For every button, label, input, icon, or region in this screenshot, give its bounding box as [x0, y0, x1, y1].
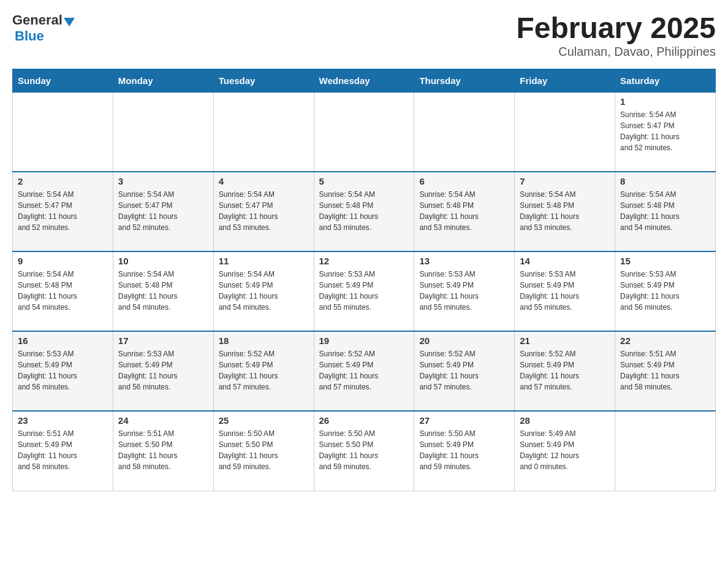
calendar-cell: 7Sunrise: 5:54 AM Sunset: 5:48 PM Daylig… — [515, 172, 615, 251]
calendar-cell — [615, 411, 716, 491]
calendar-cell: 9Sunrise: 5:54 AM Sunset: 5:48 PM Daylig… — [13, 251, 113, 331]
calendar-cell: 27Sunrise: 5:50 AM Sunset: 5:49 PM Dayli… — [414, 411, 515, 491]
day-header-saturday: Saturday — [615, 69, 716, 92]
day-header-thursday: Thursday — [414, 69, 515, 92]
calendar-cell: 19Sunrise: 5:52 AM Sunset: 5:49 PM Dayli… — [314, 331, 414, 411]
logo: General Blue — [12, 12, 75, 44]
day-number: 20 — [419, 335, 509, 346]
day-info: Sunrise: 5:54 AM Sunset: 5:48 PM Dayligh… — [419, 189, 509, 233]
calendar-title-block: February 2025 Culaman, Davao, Philippine… — [516, 12, 716, 59]
calendar-cell: 10Sunrise: 5:54 AM Sunset: 5:48 PM Dayli… — [113, 251, 213, 331]
logo-triangle-icon — [64, 18, 75, 26]
week-row-3: 9Sunrise: 5:54 AM Sunset: 5:48 PM Daylig… — [13, 251, 716, 331]
day-info: Sunrise: 5:51 AM Sunset: 5:50 PM Dayligh… — [118, 428, 208, 472]
day-info: Sunrise: 5:53 AM Sunset: 5:49 PM Dayligh… — [319, 269, 409, 313]
day-number: 13 — [419, 256, 509, 266]
day-info: Sunrise: 5:54 AM Sunset: 5:47 PM Dayligh… — [620, 109, 710, 153]
day-header-monday: Monday — [113, 69, 213, 92]
header-row: SundayMondayTuesdayWednesdayThursdayFrid… — [13, 69, 716, 92]
calendar-cell — [13, 92, 113, 172]
day-info: Sunrise: 5:54 AM Sunset: 5:48 PM Dayligh… — [18, 269, 108, 313]
calendar-cell: 25Sunrise: 5:50 AM Sunset: 5:50 PM Dayli… — [213, 411, 314, 491]
calendar-cell: 28Sunrise: 5:49 AM Sunset: 5:49 PM Dayli… — [515, 411, 615, 491]
day-info: Sunrise: 5:54 AM Sunset: 5:48 PM Dayligh… — [620, 189, 710, 233]
day-number: 14 — [520, 256, 610, 266]
calendar-cell: 5Sunrise: 5:54 AM Sunset: 5:48 PM Daylig… — [314, 172, 414, 251]
day-number: 19 — [319, 335, 409, 346]
day-info: Sunrise: 5:53 AM Sunset: 5:49 PM Dayligh… — [18, 348, 108, 393]
calendar-title: February 2025 — [516, 12, 716, 45]
page-header: General Blue February 2025 Culaman, Dava… — [12, 12, 716, 59]
day-info: Sunrise: 5:52 AM Sunset: 5:49 PM Dayligh… — [419, 348, 509, 393]
calendar-cell: 20Sunrise: 5:52 AM Sunset: 5:49 PM Dayli… — [414, 331, 515, 411]
week-row-2: 2Sunrise: 5:54 AM Sunset: 5:47 PM Daylig… — [13, 172, 716, 251]
day-info: Sunrise: 5:52 AM Sunset: 5:49 PM Dayligh… — [319, 348, 409, 393]
day-info: Sunrise: 5:50 AM Sunset: 5:49 PM Dayligh… — [419, 428, 509, 472]
day-number: 23 — [18, 415, 108, 426]
day-number: 17 — [118, 335, 208, 346]
calendar-cell: 3Sunrise: 5:54 AM Sunset: 5:47 PM Daylig… — [113, 172, 213, 251]
day-info: Sunrise: 5:54 AM Sunset: 5:48 PM Dayligh… — [520, 189, 610, 233]
day-number: 7 — [520, 176, 610, 186]
calendar-cell: 24Sunrise: 5:51 AM Sunset: 5:50 PM Dayli… — [113, 411, 213, 491]
day-header-friday: Friday — [515, 69, 615, 92]
calendar-cell: 16Sunrise: 5:53 AM Sunset: 5:49 PM Dayli… — [13, 331, 113, 411]
day-number: 9 — [18, 256, 108, 266]
week-row-5: 23Sunrise: 5:51 AM Sunset: 5:49 PM Dayli… — [13, 411, 716, 491]
day-number: 5 — [319, 176, 409, 186]
logo-blue-text: Blue — [15, 28, 44, 44]
calendar-subtitle: Culaman, Davao, Philippines — [516, 45, 716, 59]
calendar-cell — [515, 92, 615, 172]
day-header-tuesday: Tuesday — [213, 69, 314, 92]
calendar-cell — [213, 92, 314, 172]
day-info: Sunrise: 5:49 AM Sunset: 5:49 PM Dayligh… — [520, 428, 610, 472]
day-info: Sunrise: 5:53 AM Sunset: 5:49 PM Dayligh… — [520, 269, 610, 313]
day-info: Sunrise: 5:54 AM Sunset: 5:48 PM Dayligh… — [319, 189, 409, 233]
day-number: 11 — [219, 256, 309, 266]
calendar-cell — [314, 92, 414, 172]
calendar-cell: 18Sunrise: 5:52 AM Sunset: 5:49 PM Dayli… — [213, 331, 314, 411]
day-info: Sunrise: 5:51 AM Sunset: 5:49 PM Dayligh… — [18, 428, 108, 472]
calendar-body: 1Sunrise: 5:54 AM Sunset: 5:47 PM Daylig… — [13, 92, 716, 491]
day-info: Sunrise: 5:53 AM Sunset: 5:49 PM Dayligh… — [118, 348, 208, 393]
calendar-cell: 12Sunrise: 5:53 AM Sunset: 5:49 PM Dayli… — [314, 251, 414, 331]
day-number: 6 — [419, 176, 509, 186]
day-number: 4 — [219, 176, 309, 186]
calendar-cell: 2Sunrise: 5:54 AM Sunset: 5:47 PM Daylig… — [13, 172, 113, 251]
day-number: 12 — [319, 256, 409, 266]
calendar-cell: 26Sunrise: 5:50 AM Sunset: 5:50 PM Dayli… — [314, 411, 414, 491]
calendar-cell: 1Sunrise: 5:54 AM Sunset: 5:47 PM Daylig… — [615, 92, 716, 172]
day-info: Sunrise: 5:51 AM Sunset: 5:49 PM Dayligh… — [620, 348, 710, 393]
calendar-header: SundayMondayTuesdayWednesdayThursdayFrid… — [13, 69, 716, 92]
week-row-4: 16Sunrise: 5:53 AM Sunset: 5:49 PM Dayli… — [13, 331, 716, 411]
calendar-cell: 11Sunrise: 5:54 AM Sunset: 5:49 PM Dayli… — [213, 251, 314, 331]
day-info: Sunrise: 5:52 AM Sunset: 5:49 PM Dayligh… — [219, 348, 309, 393]
calendar-cell: 17Sunrise: 5:53 AM Sunset: 5:49 PM Dayli… — [113, 331, 213, 411]
day-info: Sunrise: 5:50 AM Sunset: 5:50 PM Dayligh… — [319, 428, 409, 472]
calendar-cell — [414, 92, 515, 172]
day-number: 3 — [118, 176, 208, 186]
day-number: 10 — [118, 256, 208, 266]
day-info: Sunrise: 5:52 AM Sunset: 5:49 PM Dayligh… — [520, 348, 610, 393]
day-number: 22 — [620, 335, 710, 346]
calendar-cell: 21Sunrise: 5:52 AM Sunset: 5:49 PM Dayli… — [515, 331, 615, 411]
day-number: 27 — [419, 415, 509, 426]
day-number: 21 — [520, 335, 610, 346]
calendar-cell: 15Sunrise: 5:53 AM Sunset: 5:49 PM Dayli… — [615, 251, 716, 331]
calendar-cell: 23Sunrise: 5:51 AM Sunset: 5:49 PM Dayli… — [13, 411, 113, 491]
calendar-table: SundayMondayTuesdayWednesdayThursdayFrid… — [12, 69, 716, 491]
day-number: 8 — [620, 176, 710, 186]
day-number: 24 — [118, 415, 208, 426]
day-info: Sunrise: 5:54 AM Sunset: 5:47 PM Dayligh… — [118, 189, 208, 233]
day-header-sunday: Sunday — [13, 69, 113, 92]
calendar-cell: 4Sunrise: 5:54 AM Sunset: 5:47 PM Daylig… — [213, 172, 314, 251]
day-header-wednesday: Wednesday — [314, 69, 414, 92]
day-info: Sunrise: 5:54 AM Sunset: 5:47 PM Dayligh… — [219, 189, 309, 233]
day-info: Sunrise: 5:53 AM Sunset: 5:49 PM Dayligh… — [620, 269, 710, 313]
day-number: 26 — [319, 415, 409, 426]
logo-general-text: General — [12, 12, 63, 28]
day-info: Sunrise: 5:54 AM Sunset: 5:47 PM Dayligh… — [18, 189, 108, 233]
calendar-cell — [113, 92, 213, 172]
day-number: 18 — [219, 335, 309, 346]
day-number: 2 — [18, 176, 108, 186]
